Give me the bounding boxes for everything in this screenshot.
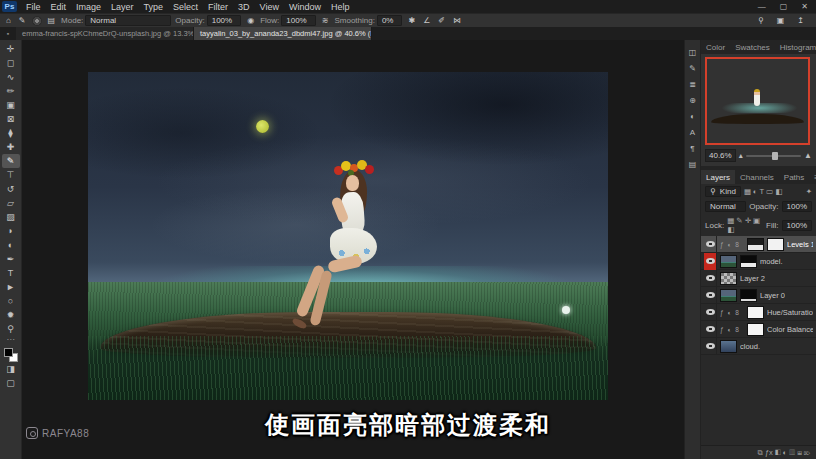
tab-paths[interactable]: Paths (779, 170, 809, 184)
eyedropper-tool[interactable]: ⧫ (2, 126, 20, 140)
menu-3d[interactable]: 3D (233, 2, 255, 12)
layer-blend-mode-select[interactable]: Normal (705, 201, 746, 212)
marquee-tool[interactable]: ◻ (2, 56, 20, 70)
tab-channels[interactable]: Channels (735, 170, 779, 184)
layers-panel-bottom-bar[interactable]: ⧉ ƒx ◧ ◐ ▥ ⊞ ⌦ (701, 445, 816, 459)
layer-row-model[interactable]: model. (701, 253, 816, 270)
type-tool[interactable]: T (2, 266, 20, 280)
brushes-icon[interactable]: ≣ (689, 80, 696, 89)
layer-opacity-select[interactable]: 100% (782, 201, 812, 212)
pen-tool[interactable]: ✒ (2, 252, 20, 266)
screen-mode-icon[interactable]: ▢ (2, 376, 20, 390)
visibility-toggle[interactable] (704, 304, 717, 321)
layer-mask-thumbnail[interactable] (767, 238, 784, 251)
toggle-brush-panel-icon[interactable]: ▤ (46, 16, 58, 25)
layer-name[interactable]: Layer 0 (760, 291, 785, 300)
menu-type[interactable]: Type (139, 2, 169, 12)
dodge-tool[interactable]: ◐ (2, 238, 20, 252)
clone-source-icon[interactable]: ⊕ (689, 96, 696, 105)
quick-selection-tool[interactable]: ✏ (2, 84, 20, 98)
adjustment-thumbnail[interactable] (747, 306, 764, 319)
layer-name[interactable]: model. (760, 257, 783, 266)
visibility-toggle[interactable] (704, 338, 717, 355)
menu-view[interactable]: View (255, 2, 284, 12)
paragraph-icon[interactable]: ¶ (690, 144, 694, 153)
layer-thumbnail[interactable] (720, 340, 737, 353)
layer-name[interactable]: Hue/Saturation 1 (767, 308, 813, 317)
search-icon[interactable]: ⚲ (756, 16, 766, 25)
tab-color[interactable]: Color (701, 40, 730, 54)
layer-mask-thumbnail[interactable] (740, 289, 757, 302)
document-tab-emma[interactable]: emma-francis-spKChmeDrQ-unsplash.jpg @ 1… (16, 27, 194, 40)
panel-menu-icon[interactable]: ≡ (809, 170, 816, 184)
fill-select[interactable]: 100% (782, 220, 812, 231)
gradient-tool[interactable]: ▨ (2, 210, 20, 224)
brush-tip-preview[interactable] (32, 16, 42, 26)
brush-settings-icon[interactable]: ✎ (689, 64, 696, 73)
tab-swatches[interactable]: Swatches (730, 40, 775, 54)
lock-icons[interactable]: ▦ ✎ ✛ ▣ ◧ (727, 216, 763, 234)
filter-pin-icon[interactable]: ✦ (806, 187, 812, 196)
crop-tool[interactable]: ▣ (2, 98, 20, 112)
minimize-button[interactable]: — (758, 2, 766, 11)
history-brush-tool[interactable]: ↺ (2, 182, 20, 196)
foreground-color-swatch[interactable] (4, 348, 13, 357)
adjustment-thumbnail[interactable] (747, 323, 764, 336)
visibility-toggle[interactable] (704, 253, 717, 270)
healing-brush-tool[interactable]: ✚ (2, 140, 20, 154)
layer-row-hue-saturation[interactable]: ƒ ◐ 8 Hue/Saturation 1 (701, 304, 816, 321)
opacity-select[interactable]: 100% (207, 15, 241, 26)
frame-tool[interactable]: ⊠ (2, 112, 20, 126)
layer-mask-thumbnail[interactable] (740, 255, 757, 268)
brush-tool[interactable]: ✎ (2, 154, 20, 168)
brush-angle-icon[interactable]: ∠ (421, 16, 432, 25)
filter-kind-select[interactable]: ⚲ Kind (705, 186, 741, 197)
tab-histogram[interactable]: Histogram (775, 40, 816, 54)
symmetry-icon[interactable]: ⋈ (451, 16, 463, 25)
layer-thumbnail[interactable] (720, 272, 737, 285)
edit-toolbar-icon[interactable]: ⋯ (7, 336, 15, 346)
tab-layers[interactable]: Layers (701, 170, 735, 184)
airbrush-icon[interactable]: ≋ (320, 16, 331, 25)
layer-name[interactable]: Levels 1 (787, 240, 813, 249)
zoom-tool[interactable]: ⚲ (2, 322, 20, 336)
hand-tool[interactable]: ✹ (2, 308, 20, 322)
layer-thumbnail[interactable] (720, 289, 737, 302)
zoom-in-icon[interactable]: ▲ (804, 151, 812, 160)
clone-stamp-tool[interactable]: ⊤ (2, 168, 20, 182)
visibility-toggle[interactable] (704, 270, 717, 287)
smoothing-gear-icon[interactable]: ✱ (406, 16, 417, 25)
eraser-tool[interactable]: ▱ (2, 196, 20, 210)
pen-pressure-size-icon[interactable]: ✐ (436, 16, 447, 25)
blend-mode-select[interactable]: Normal (85, 15, 171, 26)
path-selection-tool[interactable]: ► (2, 280, 20, 294)
share-icon[interactable]: ↥ (795, 16, 806, 25)
foreground-background-colors[interactable] (4, 348, 18, 362)
layer-name[interactable]: Color Balance 1 (767, 325, 813, 334)
tab-overflow-icon[interactable]: ▪ (0, 27, 16, 40)
move-tool[interactable]: ✛ (2, 42, 20, 56)
brush-preset-icon[interactable]: ✎ (17, 16, 28, 25)
menu-edit[interactable]: Edit (46, 2, 72, 12)
menu-filter[interactable]: Filter (203, 2, 233, 12)
levels-adjustment-thumbnail[interactable] (747, 238, 764, 251)
navigator-preview[interactable] (705, 57, 810, 145)
home-icon[interactable]: ⌂ (4, 16, 13, 25)
visibility-toggle[interactable] (704, 321, 717, 338)
restore-button[interactable]: ▢ (780, 2, 788, 11)
layer-row-color-balance[interactable]: ƒ ◐ 8 Color Balance 1 (701, 321, 816, 338)
menu-select[interactable]: Select (168, 2, 203, 12)
document-canvas[interactable] (88, 72, 608, 400)
layer-row-layer-0[interactable]: Layer 0 (701, 287, 816, 304)
properties-icon[interactable]: ◫ (689, 48, 697, 57)
blur-tool[interactable]: ◗ (2, 224, 20, 238)
adjustments-icon[interactable]: ◐ (690, 112, 695, 121)
layer-name[interactable]: cloud. (740, 342, 760, 351)
menu-layer[interactable]: Layer (106, 2, 139, 12)
quick-mask-icon[interactable]: ◨ (2, 362, 20, 376)
menu-image[interactable]: Image (71, 2, 106, 12)
layer-row-cloud[interactable]: cloud. (701, 338, 816, 355)
layer-row-layer-2[interactable]: Layer 2 (701, 270, 816, 287)
libraries-icon[interactable]: ▤ (689, 160, 697, 169)
pressure-opacity-icon[interactable]: ◉ (245, 16, 256, 25)
